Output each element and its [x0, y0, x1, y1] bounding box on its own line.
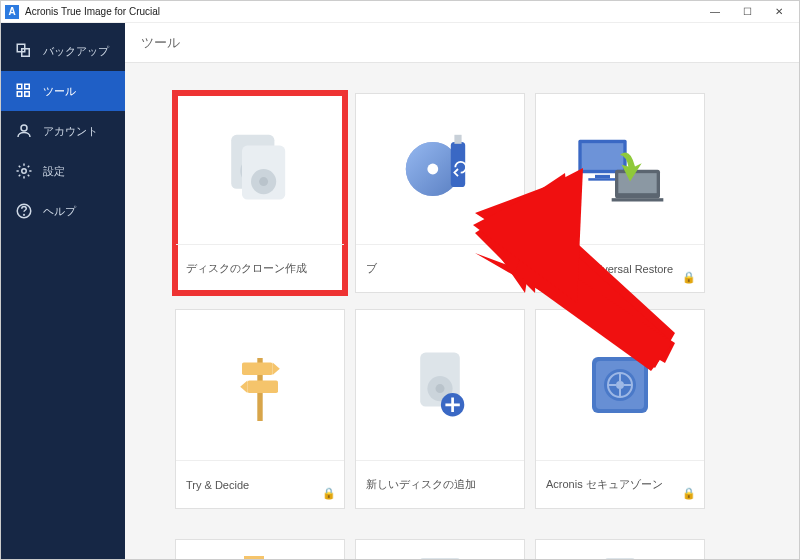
lock-icon: 🔒 — [682, 271, 696, 284]
svg-point-34 — [436, 384, 445, 393]
sidebar-item-label: ヘルプ — [43, 204, 76, 219]
window-titlebar: A Acronis True Image for Crucial ― ☐ ✕ — [1, 1, 799, 23]
svg-rect-18 — [451, 142, 465, 187]
svg-point-14 — [259, 177, 268, 186]
card-universal-restore[interactable]: Acronis Universal Restore 🔒 — [535, 93, 705, 293]
card-partial-2[interactable] — [355, 539, 525, 559]
svg-point-6 — [21, 125, 27, 131]
sidebar-item-label: アカウント — [43, 124, 98, 139]
card-disk-clone[interactable]: ディスクのクローン作成 — [175, 93, 345, 293]
backup-icon — [15, 42, 33, 60]
try-decide-icon — [176, 310, 344, 460]
bootable-media-icon — [356, 94, 524, 244]
disk-clone-icon — [176, 94, 344, 244]
card-label: Acronis Universal Restore — [546, 263, 673, 275]
close-button[interactable]: ✕ — [763, 2, 795, 22]
svg-point-17 — [427, 164, 438, 175]
sidebar-item-tools[interactable]: ツール — [1, 71, 125, 111]
tools-icon — [15, 82, 33, 100]
universal-restore-icon — [536, 94, 704, 244]
content-header: ツール — [125, 23, 799, 63]
sidebar-item-label: バックアップ — [43, 44, 109, 59]
svg-rect-22 — [595, 175, 610, 178]
svg-rect-26 — [612, 198, 664, 201]
window-controls: ― ☐ ✕ — [699, 2, 795, 22]
svg-rect-28 — [242, 363, 273, 376]
sidebar: バックアップ ツール アカウント 設定 ヘルプ — [1, 23, 125, 559]
card-add-disk[interactable]: 新しいディスクの追加 — [355, 309, 525, 509]
svg-rect-4 — [17, 92, 22, 97]
add-disk-icon — [356, 310, 524, 460]
sidebar-item-label: 設定 — [43, 164, 65, 179]
minimize-button[interactable]: ― — [699, 2, 731, 22]
sidebar-item-settings[interactable]: 設定 — [1, 151, 125, 191]
tools-grid: ディスクのクローン作成 ブ — [125, 63, 799, 539]
svg-rect-23 — [588, 178, 616, 181]
card-try-decide[interactable]: Try & Decide 🔒 — [175, 309, 345, 509]
svg-rect-43 — [420, 558, 460, 559]
svg-point-9 — [24, 214, 25, 215]
app-icon: A — [5, 5, 19, 19]
lock-icon: 🔒 — [682, 487, 696, 500]
svg-point-40 — [616, 381, 624, 389]
card-label: 新しいディスクの追加 — [366, 477, 476, 492]
help-icon — [15, 202, 33, 220]
svg-rect-5 — [25, 92, 30, 97]
svg-rect-44 — [605, 558, 635, 559]
sidebar-item-help[interactable]: ヘルプ — [1, 191, 125, 231]
svg-marker-29 — [273, 363, 280, 376]
tools-grid-row3 — [125, 539, 799, 559]
svg-rect-25 — [618, 173, 656, 193]
content-area: ツール ディスクのクローン作成 — [125, 23, 799, 559]
gear-icon — [15, 162, 33, 180]
card-label: ブ — [366, 261, 377, 276]
svg-rect-19 — [454, 135, 461, 144]
sidebar-item-account[interactable]: アカウント — [1, 111, 125, 151]
lock-icon: 🔒 — [322, 487, 336, 500]
sidebar-item-backup[interactable]: バックアップ — [1, 31, 125, 71]
card-bootable-media[interactable]: ブ — [355, 93, 525, 293]
window-title: Acronis True Image for Crucial — [25, 6, 699, 17]
svg-point-7 — [22, 169, 27, 174]
card-label: Acronis セキュアゾーン — [546, 477, 663, 492]
card-label: ディスクのクローン作成 — [186, 261, 307, 276]
svg-rect-30 — [247, 381, 278, 394]
svg-rect-2 — [17, 84, 22, 89]
card-label: Try & Decide — [186, 479, 249, 491]
svg-rect-3 — [25, 84, 30, 89]
svg-rect-21 — [582, 143, 624, 170]
card-partial-3[interactable] — [535, 539, 705, 559]
maximize-button[interactable]: ☐ — [731, 2, 763, 22]
secure-zone-icon — [536, 310, 704, 460]
svg-marker-31 — [240, 381, 247, 394]
account-icon — [15, 122, 33, 140]
card-partial-1[interactable] — [175, 539, 345, 559]
card-secure-zone[interactable]: Acronis セキュアゾーン 🔒 — [535, 309, 705, 509]
sidebar-item-label: ツール — [43, 84, 76, 99]
svg-rect-42 — [244, 556, 264, 559]
